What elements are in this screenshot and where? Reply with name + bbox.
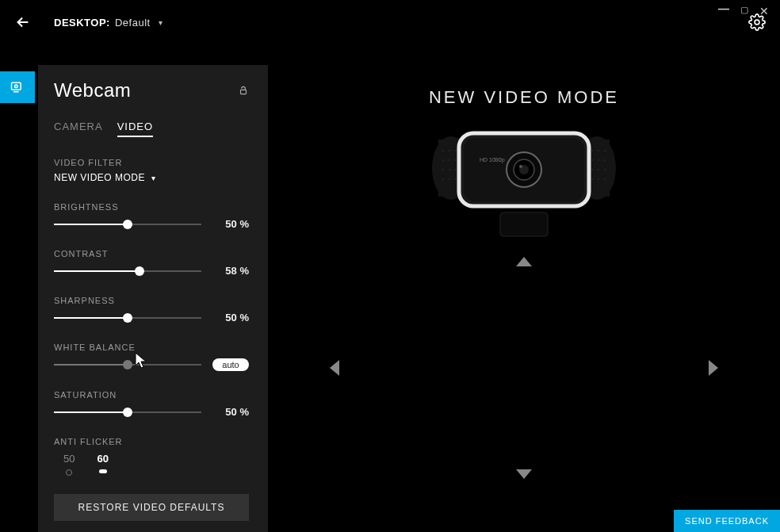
chevron-down-icon: ▾ bbox=[151, 174, 156, 182]
svg-point-10 bbox=[449, 150, 450, 151]
svg-point-12 bbox=[442, 159, 444, 161]
contrast-slider[interactable] bbox=[54, 270, 201, 272]
svg-point-11 bbox=[455, 150, 457, 151]
pan-down-button[interactable] bbox=[516, 469, 532, 479]
white-balance-label: WHITE BALANCE bbox=[54, 343, 249, 352]
app-header: DESKTOP: Default ▾ bbox=[14, 8, 766, 36]
svg-point-2 bbox=[15, 85, 18, 88]
pan-right-button[interactable] bbox=[709, 360, 718, 376]
white-balance-slider[interactable] bbox=[54, 364, 201, 366]
svg-point-24 bbox=[591, 159, 593, 161]
svg-point-20 bbox=[455, 178, 457, 180]
panel-title: Webcam bbox=[54, 79, 131, 101]
brightness-slider[interactable] bbox=[54, 224, 201, 225]
svg-point-16 bbox=[449, 169, 450, 170]
left-rail bbox=[0, 71, 35, 103]
settings-gear-icon[interactable] bbox=[748, 13, 766, 31]
svg-point-29 bbox=[604, 169, 606, 170]
svg-point-18 bbox=[442, 178, 444, 180]
video-filter-value: NEW VIDEO MODE bbox=[54, 172, 145, 183]
video-mode-title: NEW VIDEO MODE bbox=[268, 87, 780, 108]
anti-flicker-50[interactable]: 50 bbox=[63, 453, 75, 476]
svg-point-28 bbox=[598, 169, 599, 170]
svg-rect-1 bbox=[12, 82, 21, 90]
anti-flicker-60[interactable]: 60 bbox=[97, 453, 108, 476]
preview-area: NEW VIDEO MODE HD 1080p bbox=[268, 65, 780, 532]
pan-up-button[interactable] bbox=[516, 257, 532, 266]
contrast-value: 58 % bbox=[212, 265, 249, 277]
svg-rect-3 bbox=[241, 90, 247, 94]
svg-point-32 bbox=[604, 178, 606, 180]
white-balance-auto-toggle[interactable]: auto bbox=[212, 358, 249, 371]
saturation-value: 50 % bbox=[212, 406, 249, 418]
desktop-prefix: DESKTOP: bbox=[54, 17, 110, 29]
pan-left-button[interactable] bbox=[330, 360, 339, 376]
video-filter-label: VIDEO FILTER bbox=[54, 158, 249, 167]
svg-point-27 bbox=[591, 169, 593, 170]
chevron-down-icon: ▾ bbox=[159, 18, 163, 27]
svg-rect-4 bbox=[500, 212, 548, 236]
webcam-illustration: HD 1080p bbox=[429, 119, 619, 246]
svg-point-22 bbox=[598, 150, 599, 151]
svg-point-30 bbox=[591, 178, 593, 180]
svg-point-9 bbox=[442, 150, 444, 151]
panel-tabs: CAMERA VIDEO bbox=[54, 121, 249, 137]
saturation-slider[interactable] bbox=[54, 411, 201, 413]
svg-point-31 bbox=[598, 178, 599, 180]
svg-point-17 bbox=[455, 169, 457, 170]
back-arrow-icon[interactable] bbox=[14, 13, 32, 31]
sharpness-slider[interactable] bbox=[54, 317, 201, 319]
lock-icon[interactable] bbox=[238, 85, 249, 96]
sharpness-label: SHARPNESS bbox=[54, 296, 249, 305]
svg-point-26 bbox=[604, 159, 606, 161]
svg-point-23 bbox=[604, 150, 606, 151]
svg-point-21 bbox=[591, 150, 593, 151]
video-filter-dropdown[interactable]: NEW VIDEO MODE ▾ bbox=[54, 172, 249, 183]
webcam-rail-button[interactable] bbox=[0, 71, 35, 103]
svg-point-0 bbox=[755, 20, 759, 25]
svg-point-15 bbox=[442, 169, 444, 170]
svg-point-25 bbox=[598, 159, 599, 161]
brightness-label: BRIGHTNESS bbox=[54, 202, 249, 212]
sharpness-value: 50 % bbox=[212, 312, 249, 323]
settings-panel: Webcam CAMERA VIDEO VIDEO FILTER NEW VID… bbox=[38, 65, 268, 532]
radio-icon bbox=[66, 469, 72, 476]
contrast-label: CONTRAST bbox=[54, 249, 249, 258]
desktop-value: Default bbox=[115, 17, 151, 29]
anti-flicker-label: ANTI FLICKER bbox=[54, 437, 249, 446]
tab-camera[interactable]: CAMERA bbox=[54, 121, 103, 137]
svg-text:HD 1080p: HD 1080p bbox=[480, 157, 505, 163]
saturation-label: SATURATION bbox=[54, 390, 249, 400]
tab-video[interactable]: VIDEO bbox=[117, 121, 153, 137]
restore-defaults-button[interactable]: RESTORE VIDEO DEFAULTS bbox=[54, 494, 249, 521]
webcam-icon bbox=[10, 79, 25, 95]
radio-icon bbox=[99, 469, 107, 473]
svg-point-13 bbox=[449, 159, 450, 161]
desktop-selector[interactable]: DESKTOP: Default ▾ bbox=[54, 17, 162, 29]
brightness-value: 50 % bbox=[212, 218, 249, 230]
send-feedback-button[interactable]: SEND FEEDBACK bbox=[674, 510, 780, 532]
svg-point-38 bbox=[519, 165, 522, 168]
svg-point-19 bbox=[449, 178, 450, 180]
svg-point-14 bbox=[455, 159, 457, 161]
